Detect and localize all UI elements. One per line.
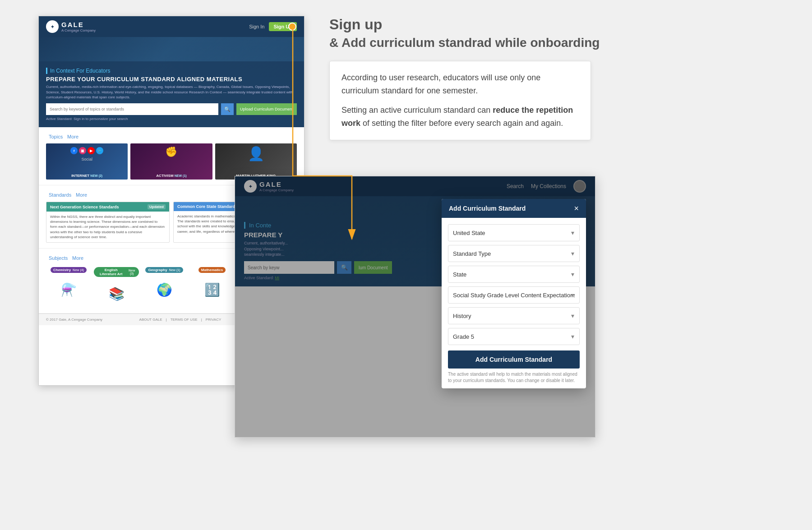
signin-link[interactable]: Sign In xyxy=(249,24,264,29)
gale-logo-sub: A Cengage Company xyxy=(61,28,96,32)
annotation-para2-suffix: of setting the filter before every searc… xyxy=(360,119,563,128)
dropdown-grade-level[interactable]: Social Study Grade Level Content Expecta… xyxy=(448,286,580,304)
gale-logo-icon: ✦ xyxy=(46,20,59,33)
add-curriculum-standard-button[interactable]: Add Curriculum Standard xyxy=(448,350,580,369)
gale-hero-overlay: In Context For Educators PREPARE YOUR CU… xyxy=(39,61,304,127)
subj-card-chemistry[interactable]: Chemistry New (4) ⚗️ xyxy=(46,265,91,308)
annotation-para2: Setting an active curriculum standard ca… xyxy=(341,104,579,130)
dropdown-subject[interactable]: History Geography Science xyxy=(448,307,580,324)
subj-card-math[interactable]: Mathematics 🔢 xyxy=(189,265,235,308)
subj-card-geography[interactable]: Geography New (1) 🌍 xyxy=(142,265,187,308)
std-card-ngss-body: Within the NGSS, there are three distinc… xyxy=(46,212,169,242)
modal-close-button[interactable]: × xyxy=(574,204,579,212)
topic-card-activism[interactable]: ✊ Activism New (1) xyxy=(130,143,212,180)
dropdown-grade[interactable]: Grade 5 Grade 6 Grade 7 Grade 8 xyxy=(448,328,580,345)
active-standard-label: Active Standard: Sign in to personalize … xyxy=(46,117,297,121)
math-icon: 🔢 xyxy=(198,277,226,304)
gale-main-header: ✦ GALE A Cengage Company Sign In Sign Up xyxy=(39,16,304,37)
topics-section-title: Topics More xyxy=(46,133,297,140)
gale-logo-text: GALE xyxy=(61,21,96,28)
add-curriculum-modal: Add Curriculum Standard × United State C… xyxy=(442,199,586,388)
gale-hero-title: PREPARE YOUR CURRICULUM STANDARD ALIGNED… xyxy=(46,76,297,83)
modal-note: The active standard will help to match t… xyxy=(448,371,580,384)
dropdown-standard-type[interactable]: Standard Type Common Core NGSS xyxy=(448,245,580,262)
modal-body: United State Canada Global Standard Type… xyxy=(442,218,586,388)
std-card-ngss-header: Next Generation Science Standards Update… xyxy=(46,202,169,212)
annotation-title-line2: & Add curriculum standrad while onboardi… xyxy=(329,36,636,50)
dropdown-standard-type-wrapper: Standard Type Common Core NGSS xyxy=(448,245,580,262)
dropdown-grade-wrapper: Grade 5 Grade 6 Grade 7 Grade 8 xyxy=(448,328,580,345)
dropdown-subject-wrapper: History Geography Science xyxy=(448,307,580,324)
gale-hero: In Context For Educators PREPARE YOUR CU… xyxy=(39,37,304,127)
topic-card-internet[interactable]: f ▣ ▶ 🐦 Social INTERNET New (2) xyxy=(46,143,128,180)
gale-hero-tagline: In Context For Educators xyxy=(46,68,297,74)
dropdown-state[interactable]: State Michigan California Texas xyxy=(448,266,580,283)
search-input[interactable] xyxy=(46,103,218,115)
annotation-callout: According to user research, educators wi… xyxy=(329,61,591,140)
gale-logo: ✦ GALE A Cengage Company xyxy=(46,20,96,33)
annotation-title-line1: Sign up xyxy=(329,16,636,33)
topic-card-mlk[interactable]: 👤 Martin Luther King xyxy=(215,143,297,180)
topic-label-internet: INTERNET New (2) xyxy=(46,174,128,178)
modal-overlay: Add Curriculum Standard × United State C… xyxy=(235,176,595,437)
signup-highlight-dot xyxy=(288,23,296,31)
gale-search-row: 🔍 Upload Curriculum Document xyxy=(46,103,297,115)
topics-grid: f ▣ ▶ 🐦 Social INTERNET New (2) ✊ Activi… xyxy=(46,143,297,180)
footer-links: ABOUT GALE | TERMS OF USE | PRIVACY xyxy=(139,318,221,322)
upload-curriculum-button[interactable]: Upload Curriculum Document xyxy=(236,103,297,115)
chemistry-icon: ⚗️ xyxy=(55,277,82,304)
subj-card-english[interactable]: English Literature Art New (3) 📚 xyxy=(94,265,139,308)
gale-hero-desc: Current, authoritative, media-rich infor… xyxy=(46,84,297,100)
annotation-para2-prefix: Setting an active curriculum standard ca… xyxy=(341,106,493,115)
topic-label-activism: Activism New (1) xyxy=(130,174,212,178)
std-card-ngss[interactable]: Next Generation Science Standards Update… xyxy=(46,202,170,243)
footer-copyright: © 2017 Gale, A Cengage Company xyxy=(46,318,102,322)
annotation-panel: Sign up & Add curriculum standrad while … xyxy=(329,16,636,140)
english-icon: 📚 xyxy=(103,281,130,308)
dropdown-state-wrapper: State Michigan California Texas xyxy=(448,266,580,283)
dropdown-grade-level-wrapper: Social Study Grade Level Content Expecta… xyxy=(448,286,580,304)
dropdown-country-wrapper: United State Canada Global xyxy=(448,224,580,241)
dropdown-country[interactable]: United State Canada Global xyxy=(448,224,580,241)
modal-title: Add Curriculum Standard xyxy=(449,205,526,212)
search-button[interactable]: 🔍 xyxy=(221,103,234,115)
second-screenshot: ✦ GALE A Cengage Company Search My Colle… xyxy=(235,176,595,438)
modal-header: Add Curriculum Standard × xyxy=(442,199,586,218)
geography-icon: 🌍 xyxy=(151,277,178,304)
annotation-para1: According to user research, educators wi… xyxy=(341,71,579,97)
